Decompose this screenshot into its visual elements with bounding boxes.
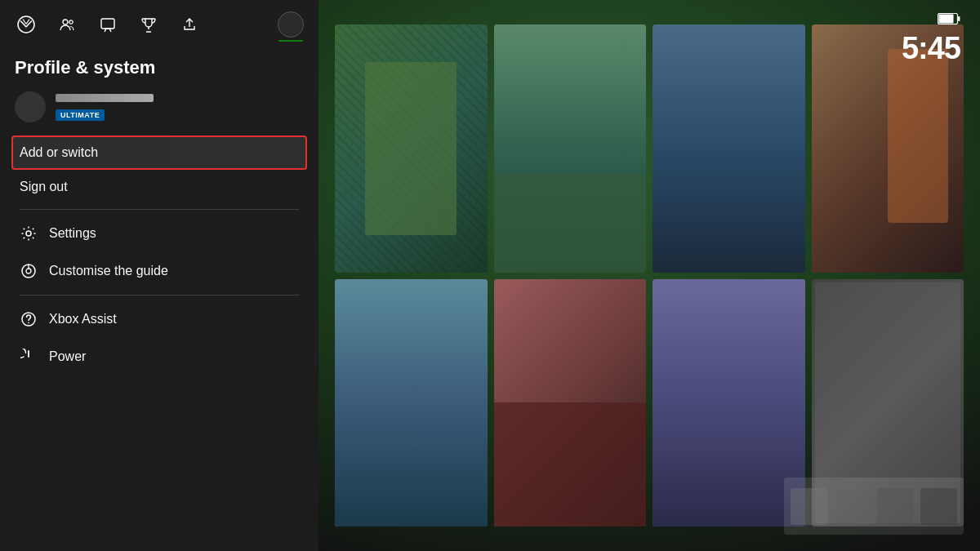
user-avatar xyxy=(15,91,46,122)
game-grid xyxy=(335,24,964,527)
settings-item[interactable]: Settings xyxy=(11,215,307,252)
svg-point-13 xyxy=(28,322,29,324)
svg-point-8 xyxy=(26,231,31,236)
xbox-assist-item[interactable]: Xbox Assist xyxy=(11,300,307,338)
chat-icon[interactable] xyxy=(96,13,119,36)
battery-icon xyxy=(938,13,960,28)
people-icon[interactable] xyxy=(56,13,78,36)
customise-guide-item[interactable]: Customise the guide xyxy=(11,252,307,290)
sign-out-text: Sign out xyxy=(20,180,68,193)
svg-rect-6 xyxy=(101,19,114,29)
share-icon[interactable] xyxy=(178,13,201,36)
user-name-placeholder xyxy=(56,94,154,102)
add-switch-text: Add or switch xyxy=(20,145,98,160)
sidebar: Profile & system ULTIMATE Add or switch … xyxy=(0,0,318,551)
power-item[interactable]: Power xyxy=(11,338,307,375)
trophy-icon[interactable] xyxy=(137,13,160,36)
xbox-assist-icon xyxy=(20,310,38,328)
sign-out-item[interactable]: Sign out xyxy=(11,170,307,204)
power-text: Power xyxy=(49,349,86,364)
nav-bar xyxy=(0,0,318,44)
svg-point-5 xyxy=(69,20,73,24)
game-tile-3[interactable] xyxy=(653,24,805,273)
nav-avatar[interactable] xyxy=(278,11,304,38)
power-icon xyxy=(20,348,38,366)
game-tile-2[interactable] xyxy=(494,24,647,273)
bottom-panel-item-4 xyxy=(920,488,957,525)
xbox-logo-icon[interactable] xyxy=(15,13,38,36)
bottom-panel-item-3 xyxy=(877,488,914,525)
section-title: Profile & system xyxy=(15,57,304,78)
customise-icon xyxy=(20,262,38,280)
customise-guide-text: Customise the guide xyxy=(49,264,168,278)
hud-top-right: 5:45 xyxy=(902,13,960,66)
user-details: ULTIMATE xyxy=(56,94,304,121)
add-switch-item[interactable]: Add or switch xyxy=(11,136,307,170)
svg-rect-2 xyxy=(958,16,960,21)
game-tile-7[interactable] xyxy=(653,279,805,527)
game-tile-1[interactable] xyxy=(335,24,488,273)
user-info-row: ULTIMATE xyxy=(15,91,304,122)
settings-icon xyxy=(20,224,38,242)
profile-section: Profile & system ULTIMATE xyxy=(0,44,318,136)
xbox-assist-text: Xbox Assist xyxy=(49,312,117,327)
bottom-panel-item-1 xyxy=(791,488,827,525)
svg-point-3 xyxy=(18,16,34,33)
menu-items: Add or switch Sign out Settings xyxy=(0,136,318,551)
settings-text: Settings xyxy=(49,226,96,241)
time-display: 5:45 xyxy=(902,31,960,66)
divider-1 xyxy=(20,209,299,210)
bottom-panel-item-2 xyxy=(834,488,871,525)
svg-point-4 xyxy=(63,20,68,24)
svg-point-10 xyxy=(26,269,31,273)
bottom-panel xyxy=(784,478,964,535)
game-tile-6[interactable] xyxy=(494,279,647,527)
ultimate-badge: ULTIMATE xyxy=(56,109,105,121)
game-tile-5[interactable] xyxy=(335,279,488,527)
svg-rect-1 xyxy=(939,15,954,24)
divider-2 xyxy=(20,295,299,295)
